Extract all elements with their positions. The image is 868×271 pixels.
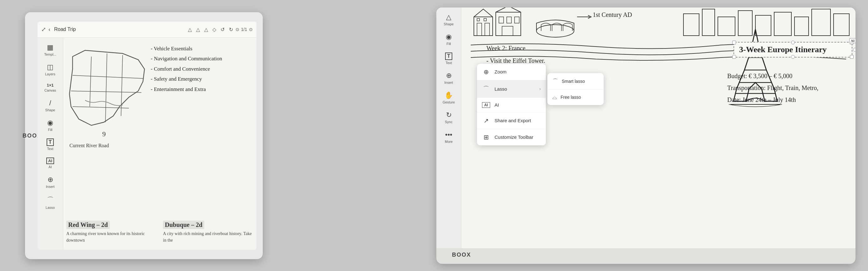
- right-sync-icon: ↻: [446, 111, 452, 119]
- next-page-btn[interactable]: ⊙: [249, 27, 253, 32]
- map-svg: 9 Current River Road: [66, 44, 151, 157]
- europe-title-box: AI 3-Week Europe Itinerary: [734, 42, 852, 58]
- city-dubuque: Dubuque – 2d A city with rich mining and…: [163, 221, 253, 243]
- shape-icon: /: [49, 99, 51, 107]
- prev-page-btn[interactable]: ⊙: [236, 27, 239, 32]
- eraser-icon[interactable]: △: [188, 27, 192, 33]
- submenu-free-lasso[interactable]: ⌓ Free lasso: [548, 90, 604, 105]
- sidebar-ai-label: AI: [49, 165, 52, 169]
- sidebar-item-fill[interactable]: ◉ Fill: [37, 116, 63, 135]
- pen2-icon[interactable]: △: [204, 27, 208, 33]
- menu-zoom[interactable]: ⊕ Zoom: [477, 64, 546, 80]
- city-dubuque-title: Dubuque – 2d: [163, 221, 204, 229]
- right-sidebar-fill[interactable]: ◉ Fill: [436, 30, 461, 49]
- right-sidebar-sync[interactable]: ↻ Sync: [436, 108, 461, 127]
- text-icon: T: [46, 138, 54, 146]
- right-fill-label: Fill: [446, 42, 451, 46]
- customize-menu-label: Customize Toolbar: [495, 134, 533, 140]
- right-sidebar-gesture[interactable]: ✋ Gesture: [436, 88, 461, 107]
- right-sidebar-more[interactable]: ••• More: [436, 128, 461, 146]
- left-sidebar: ▦ Templ... ◫ Layers 1×1 Canvas / Shape ◉: [37, 38, 63, 250]
- svg-rect-10: [515, 17, 519, 23]
- city-red-wing-title: Red Wing – 2d: [66, 221, 110, 229]
- right-fill-icon: ◉: [446, 33, 452, 41]
- europe-itinerary-title: 3-Week Europe Itinerary: [739, 45, 827, 54]
- undo-icon[interactable]: ↺: [220, 27, 225, 33]
- sidebar-fill-label: Fill: [48, 128, 52, 132]
- submenu-smart-lasso[interactable]: ⌒ Smart lasso: [548, 73, 604, 90]
- ai-menu-label: AI: [495, 102, 499, 107]
- svg-rect-20: [795, 17, 809, 36]
- sidebar-item-text[interactable]: T Text: [37, 135, 63, 154]
- popup-menu: ⊕ Zoom ⌒ Lasso › AI AI ↗ Share and Expor…: [477, 64, 546, 145]
- left-device: BOOX ⤢ ‹ Road Trip △ △ △ ◇ ↺ ↻ ⊙ 1/1 ⊙: [25, 12, 263, 259]
- transport-line: Transportation: Flight, Train, Metro,: [727, 82, 852, 94]
- right-boox-label: BOOX: [452, 251, 471, 258]
- right-gesture-label: Gesture: [443, 100, 455, 104]
- svg-rect-2: [474, 17, 493, 36]
- sidebar-canvas-label: Canvas: [44, 89, 56, 92]
- toolbar-icons: △ △ △ ◇ ↺ ↻: [188, 27, 233, 33]
- fill-icon: ◉: [47, 119, 53, 127]
- menu-customize[interactable]: ⊞ Customize Toolbar: [477, 129, 546, 145]
- free-lasso-label: Free lasso: [560, 95, 581, 100]
- architecture-sketches: 1st Century AD: [461, 7, 856, 39]
- sidebar-lasso-label: Lasso: [46, 206, 55, 209]
- expand-icon[interactable]: ⤢: [41, 26, 46, 33]
- top-bar: ⤢ ‹ Road Trip △ △ △ ◇ ↺ ↻ ⊙ 1/1 ⊙: [37, 22, 256, 38]
- svg-text:9: 9: [102, 130, 106, 138]
- city-red-wing: Red Wing – 2d A charming river town know…: [66, 221, 157, 243]
- left-canvas[interactable]: 9 Current River Road - Vehicle Essential…: [63, 38, 256, 250]
- ai-icon: AI: [46, 158, 54, 164]
- clear-icon[interactable]: ◇: [212, 27, 216, 33]
- svg-rect-8: [499, 17, 504, 23]
- right-sidebar-shape[interactable]: △ Shape: [436, 10, 461, 29]
- svg-rect-22: [834, 14, 849, 36]
- svg-rect-14: [683, 14, 699, 36]
- redo-icon[interactable]: ↻: [229, 27, 233, 33]
- right-sync-label: Sync: [445, 120, 452, 124]
- city-dubuque-desc: A city with rich mining and riverboat hi…: [163, 230, 253, 243]
- pen-icon[interactable]: △: [196, 27, 200, 33]
- lasso-menu-icon: ⌒: [482, 85, 490, 93]
- canvas-content: 9 Current River Road - Vehicle Essential…: [63, 38, 256, 250]
- right-sidebar-text[interactable]: T Text: [436, 49, 461, 68]
- zoom-menu-label: Zoom: [495, 69, 506, 74]
- sidebar-item-insert[interactable]: ⊕ Insert: [37, 173, 63, 192]
- page-info: ⊙ 1/1 ⊙: [236, 27, 253, 32]
- menu-lasso[interactable]: ⌒ Lasso ›: [477, 80, 546, 98]
- back-button[interactable]: ‹: [49, 26, 50, 33]
- budget-notes: Budget: € 3,500 – € 5,000 Transportation…: [727, 70, 852, 106]
- right-shape-icon: △: [446, 13, 452, 21]
- left-screen: ⤢ ‹ Road Trip △ △ △ ◇ ↺ ↻ ⊙ 1/1 ⊙ ▦: [37, 22, 256, 250]
- note-line-2: - Navigation and Communication: [151, 54, 253, 64]
- right-insert-label: Insert: [444, 81, 453, 84]
- city-red-wing-desc: A charming river town known for its hist…: [66, 230, 157, 243]
- svg-rect-6: [484, 19, 486, 21]
- right-canvas[interactable]: 1st Century AD: [461, 7, 856, 248]
- note-line-3: - Comfort and Convenience: [151, 64, 253, 74]
- sidebar-item-lasso[interactable]: ⌒ Lasso: [37, 192, 63, 212]
- right-sidebar-insert[interactable]: ⊕ Insert: [436, 68, 461, 88]
- sidebar-item-canvas[interactable]: 1×1 Canvas: [37, 80, 63, 95]
- share-menu-label: Share and Export: [495, 118, 531, 123]
- right-shape-label: Shape: [444, 22, 454, 26]
- sidebar-insert-label: Insert: [46, 185, 55, 189]
- sub-menu: ⌒ Smart lasso ⌓ Free lasso: [548, 73, 604, 105]
- svg-rect-11: [502, 26, 513, 36]
- canvas-icon: 1×1: [46, 83, 54, 88]
- sidebar-text-label: Text: [47, 147, 53, 151]
- note-line-5: - Entertainment and Extra: [151, 85, 253, 94]
- lasso-menu-label: Lasso: [495, 86, 507, 92]
- sidebar-item-shape[interactable]: / Shape: [37, 96, 63, 115]
- svg-point-12: [536, 25, 574, 37]
- sidebar-item-templ[interactable]: ▦ Templ...: [37, 40, 63, 59]
- sidebar-item-ai[interactable]: AI AI: [37, 155, 63, 172]
- sidebar-layers-label: Layers: [45, 72, 55, 76]
- menu-share-export[interactable]: ↗ Share and Export: [477, 112, 546, 129]
- date-line: Date: June 24th – July 14th: [727, 94, 852, 106]
- svg-rect-4: [485, 23, 490, 36]
- right-sidebar: △ Shape ◉ Fill T Text ⊕ Insert ✋ Gesture…: [436, 7, 461, 248]
- menu-ai[interactable]: AI AI: [477, 98, 546, 112]
- sidebar-item-layers[interactable]: ◫ Layers: [37, 60, 63, 79]
